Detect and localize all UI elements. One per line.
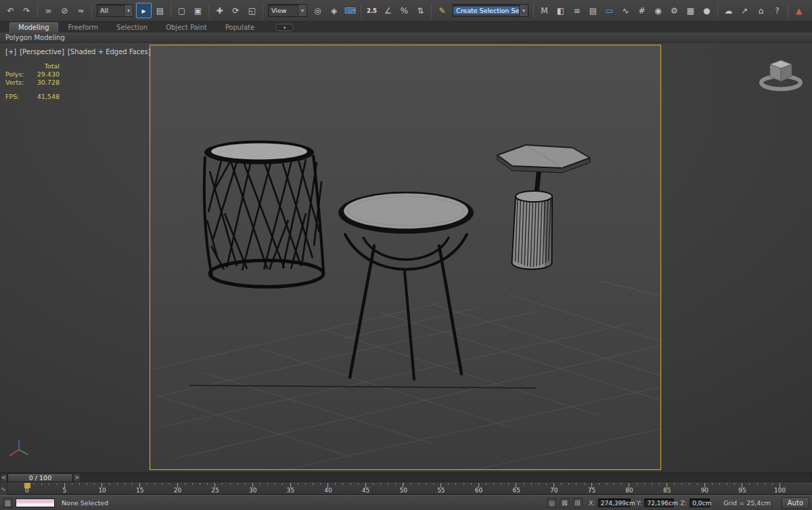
named-selection-set-dropdown[interactable]: Create Selection Se ▾	[453, 4, 528, 17]
y-coordinate-field[interactable]: 72,196cm	[644, 498, 674, 507]
stats-verts-label: Verts:	[5, 79, 30, 87]
reference-coordinate-dropdown[interactable]: View ▾	[268, 4, 307, 17]
schematic-view-icon[interactable]: #	[634, 3, 650, 18]
tab-freeform[interactable]: Freeform	[60, 23, 107, 33]
polygon-modeling-label: Polygon Modeling	[5, 34, 65, 41]
bind-spacewarp-icon[interactable]: ≈	[73, 3, 89, 18]
align-icon[interactable]: ◧	[553, 3, 568, 18]
z-coordinate-field[interactable]: 0,0cm	[690, 498, 710, 507]
trackbar-tick-label: 85	[648, 487, 686, 494]
track-bar[interactable]: ∿ 0 5 10 15 20 25 30 35 40 45	[0, 482, 812, 495]
viewport-canvas[interactable]	[0, 43, 812, 472]
auto-key-button[interactable]: Auto	[782, 497, 809, 509]
next-frame-button[interactable]: >	[73, 473, 81, 482]
undo-icon[interactable]: ↶	[3, 3, 18, 18]
maxscript-mini-listener-input[interactable]	[16, 498, 55, 507]
ribbon-collapse-button[interactable]: ▾	[275, 24, 294, 31]
selection-lock-icon[interactable]: ⊠	[560, 498, 570, 508]
cloud-render-icon[interactable]: ☁	[721, 3, 736, 18]
toolbar-separator	[91, 4, 92, 18]
trackbar-tick-label: 70	[535, 487, 573, 494]
trackbar-tick-label: 55	[422, 487, 460, 494]
toolbar-separator	[208, 4, 209, 18]
chevron-down-icon: ▾	[298, 5, 307, 16]
trackbar-tick-label: 50	[384, 487, 422, 494]
trackbar-tick-label: 75	[573, 487, 611, 494]
select-scale-icon[interactable]: ◱	[244, 3, 260, 18]
toolbar-separator	[37, 4, 38, 18]
trackbar-tick-label: 90	[686, 487, 724, 494]
absolute-offset-toggle-icon[interactable]: ⊞	[572, 498, 583, 508]
select-manipulate-icon[interactable]: ◈	[326, 3, 342, 18]
percent-snap-icon[interactable]: %	[397, 3, 412, 18]
select-link-icon[interactable]: ∞	[41, 3, 56, 18]
trackbar-tick-label: 95	[723, 487, 761, 494]
redo-icon[interactable]: ↷	[19, 3, 35, 18]
layer-manager-icon[interactable]: ≡	[569, 3, 585, 18]
angle-snap-icon[interactable]: ∠	[380, 3, 396, 18]
tab-selection[interactable]: Selection	[108, 23, 156, 33]
select-object-icon[interactable]: ▸	[136, 3, 152, 18]
tab-modeling[interactable]: Modeling	[9, 22, 58, 33]
3dsmax-window: ↶ ↷ ∞ ⊘ ≈ All ▾ ▸ ▤ ▢ ▣ ✚ ⟳ ◱ View ▾ ◎ ◈…	[0, 0, 812, 510]
x-coordinate-field[interactable]: 274,399cm	[598, 498, 631, 507]
stats-verts-value: 30.728	[30, 79, 60, 87]
toolbar-separator	[263, 4, 263, 18]
time-slider-row: < 0 / 100 >	[0, 472, 812, 482]
share-view-icon[interactable]: ↗	[737, 3, 752, 18]
x-coordinate-label: X:	[589, 499, 595, 507]
time-slider-track[interactable]	[81, 473, 812, 482]
measure-ruler-icon[interactable]: ╍	[807, 3, 812, 18]
asset-library-icon[interactable]: ⌂	[753, 3, 769, 18]
trackbar-tick-label: 15	[121, 487, 159, 494]
trackbar-tick-label: 25	[196, 487, 234, 494]
maxscript-listener-icon[interactable]: ▥	[3, 498, 13, 508]
trackbar-tick-label: 40	[309, 487, 347, 494]
mirror-icon[interactable]: M	[537, 3, 552, 18]
select-rotate-icon[interactable]: ⟳	[228, 3, 244, 18]
render-area	[150, 45, 661, 470]
keyboard-override-icon[interactable]: ⌨	[342, 3, 358, 18]
unlink-icon[interactable]: ⊘	[57, 3, 72, 18]
reference-coordinate-value: View	[269, 7, 298, 14]
status-bar: ▥ None Selected ◎ ⊠ ⊞ X: 274,399cm Y: 72…	[0, 495, 812, 510]
spinner-snap-icon[interactable]: ⇅	[413, 3, 428, 18]
mini-curve-editor-button[interactable]: ∿	[0, 482, 7, 495]
tab-object-paint[interactable]: Object Paint	[158, 23, 215, 33]
curve-editor-icon[interactable]: ∿	[618, 3, 633, 18]
grid-size-display: Grid = 25,4cm	[723, 499, 771, 507]
viewport-general-menu[interactable]: [+]	[5, 48, 16, 56]
ribbon-toggle-icon[interactable]: ▭	[602, 3, 617, 18]
use-pivot-center-icon[interactable]: ◎	[310, 3, 325, 18]
viewcube[interactable]	[761, 60, 800, 89]
trackbar-tick-label: 5	[46, 487, 84, 494]
selection-filter-dropdown[interactable]: All ▾	[97, 4, 133, 17]
rendered-frame-icon[interactable]: ▦	[683, 3, 698, 18]
previous-frame-button[interactable]: <	[0, 473, 7, 482]
trackbar-tick-label: 65	[497, 487, 535, 494]
trackbar-tick-label: 80	[610, 487, 648, 494]
scene-explorer-icon[interactable]: ▤	[585, 3, 601, 18]
select-by-name-icon[interactable]: ▤	[152, 3, 168, 18]
time-slider-handle[interactable]: 0 / 100	[7, 473, 73, 482]
render-production-icon[interactable]: ●	[699, 3, 715, 18]
window-crossing-icon[interactable]: ▣	[190, 3, 206, 18]
ribbon-tab-bar: Modeling Freeform Selection Object Paint…	[0, 22, 812, 33]
civil-view-icon[interactable]: ▲	[791, 3, 807, 18]
help-community-icon[interactable]: ?	[769, 3, 785, 18]
snap-toggle-25-icon[interactable]: 2.5	[364, 3, 380, 18]
chevron-down-icon: ▾	[519, 5, 528, 16]
edit-named-selections-icon[interactable]: ✎	[434, 3, 450, 18]
render-setup-icon[interactable]: ⚙	[667, 3, 682, 18]
select-move-icon[interactable]: ✚	[212, 3, 227, 18]
toolbar-separator	[788, 4, 788, 18]
tab-populate[interactable]: Populate	[217, 23, 263, 33]
track-bar-labels: 0 5 10 15 20 25 30 35 40 45 50 55	[8, 487, 798, 494]
polygon-modeling-bar[interactable]: Polygon Modeling	[0, 33, 812, 43]
isolate-selection-icon[interactable]: ◎	[547, 498, 557, 508]
material-editor-icon[interactable]: ◉	[650, 3, 666, 18]
viewport-pov-menu[interactable]: [Perspective]	[20, 48, 64, 56]
rectangular-selection-icon[interactable]: ▢	[174, 3, 189, 18]
trackbar-tick-label: 20	[159, 487, 197, 494]
viewport-shading-menu[interactable]: [Shaded + Edged Faces]	[68, 48, 151, 56]
